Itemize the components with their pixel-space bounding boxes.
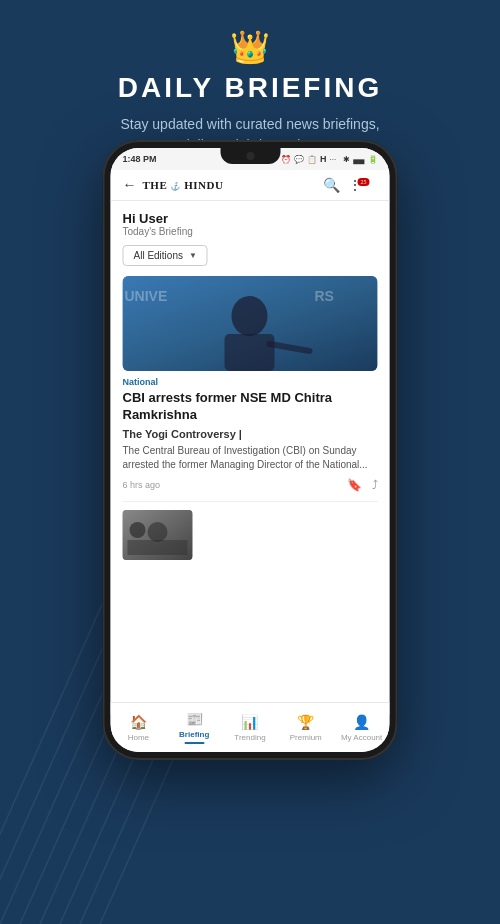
- app-title: DAILY BRIEFING: [20, 72, 480, 104]
- svg-text:RS: RS: [315, 288, 334, 304]
- phone-device: 1:48 PM ⏰ 💬 📋 H ··· ✱ ▄▄ 🔋 ← THE ⚓ HINDU: [103, 140, 398, 760]
- bottom-navigation: 🏠 Home 📰 Briefing 📊 Trending 🏆 Premium 👤…: [111, 702, 390, 752]
- back-arrow-icon[interactable]: ←: [123, 177, 137, 193]
- content-area: Hi User Today's Briefing All Editions ▼: [111, 201, 390, 715]
- news-image-background: UNIVE RS: [123, 276, 378, 371]
- battery-icon: 🔋: [368, 155, 378, 164]
- nav-home[interactable]: 🏠 Home: [111, 714, 167, 742]
- nav-account-label: My Account: [341, 733, 382, 742]
- account-icon: 👤: [353, 714, 370, 731]
- article-meta: 6 hrs ago 🔖 ⤴: [123, 478, 378, 493]
- nav-active-indicator: [184, 742, 204, 744]
- bookmark-icon[interactable]: 🔖: [347, 478, 362, 493]
- bluetooth-icon: ✱: [343, 155, 350, 164]
- notification-badge: 25: [358, 178, 370, 186]
- article-actions: 🔖 ⤴: [347, 478, 378, 493]
- app-bar-left: ← THE ⚓ HINDU: [123, 177, 224, 193]
- signal-icon: ▄▄: [353, 155, 364, 164]
- chevron-down-icon: ▼: [189, 251, 197, 260]
- article-headline[interactable]: CBI arrests former NSE MD Chitra Ramkris…: [123, 390, 378, 424]
- svg-point-9: [232, 296, 268, 336]
- trending-icon: 📊: [241, 714, 258, 731]
- nav-account[interactable]: 👤 My Account: [334, 714, 390, 742]
- premium-icon: 🏆: [297, 714, 314, 731]
- hindu-logo-text: ⚓: [170, 182, 181, 191]
- article-excerpt: The Central Bureau of Investigation (CBI…: [123, 444, 378, 472]
- app-bar: ← THE ⚓ HINDU 🔍 ⋮ 25: [111, 170, 390, 201]
- nav-premium[interactable]: 🏆 Premium: [278, 714, 334, 742]
- svg-point-17: [148, 522, 168, 542]
- nav-trending[interactable]: 📊 Trending: [222, 714, 278, 742]
- h-icon: H: [320, 154, 327, 164]
- nav-briefing-label: Briefing: [179, 730, 209, 739]
- hindu-logo: THE ⚓ HINDU: [143, 179, 224, 191]
- svg-point-16: [130, 522, 146, 538]
- phone-screen: 1:48 PM ⏰ 💬 📋 H ··· ✱ ▄▄ 🔋 ← THE ⚓ HINDU: [111, 148, 390, 752]
- status-icons: ⏰ 💬 📋 H ··· ✱ ▄▄ 🔋: [281, 154, 378, 164]
- phone-notch: [220, 148, 280, 164]
- dots-icon: ···: [329, 155, 336, 164]
- nav-briefing[interactable]: 📰 Briefing: [166, 711, 222, 744]
- article-time: 6 hrs ago: [123, 480, 161, 490]
- news-featured-image: UNIVE RS: [123, 276, 378, 371]
- article-category: National: [123, 377, 378, 387]
- share-icon[interactable]: ⤴: [372, 478, 378, 493]
- svg-text:UNIVE: UNIVE: [125, 288, 168, 304]
- svg-rect-10: [225, 334, 275, 371]
- second-article-preview: [123, 501, 378, 560]
- message-icon: 💬: [294, 155, 304, 164]
- dropdown-label: All Editions: [134, 250, 183, 261]
- edition-dropdown[interactable]: All Editions ▼: [123, 245, 208, 266]
- greeting-name: Hi User: [123, 211, 378, 226]
- second-article-thumbnail: [123, 510, 193, 560]
- svg-rect-15: [128, 540, 188, 555]
- home-icon: 🏠: [130, 714, 147, 731]
- search-icon[interactable]: 🔍: [323, 177, 340, 194]
- status-time: 1:48 PM: [123, 154, 157, 164]
- camera-dot: [246, 152, 254, 160]
- nav-trending-label: Trending: [234, 733, 265, 742]
- app-bar-right: 🔍 ⋮ 25: [323, 176, 378, 194]
- briefing-icon: 📰: [186, 711, 203, 728]
- article-subhead: The Yogi Controversy |: [123, 428, 378, 440]
- greeting-sub: Today's Briefing: [123, 226, 378, 237]
- nav-home-label: Home: [128, 733, 149, 742]
- nav-premium-label: Premium: [290, 733, 322, 742]
- alarm-icon: ⏰: [281, 155, 291, 164]
- crown-icon: 👑: [20, 28, 480, 66]
- clipboard-icon: 📋: [307, 155, 317, 164]
